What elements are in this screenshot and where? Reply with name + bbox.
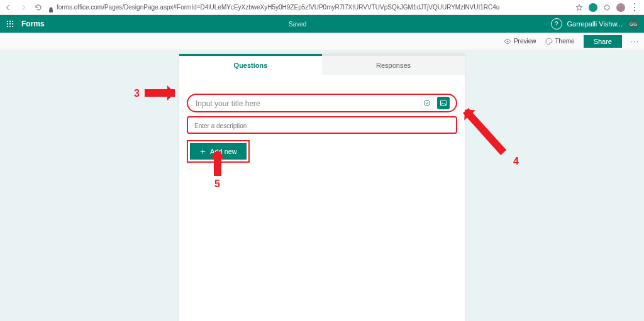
add-new-button[interactable]: Add new — [190, 143, 247, 160]
extension-icon[interactable] — [589, 3, 597, 12]
avatar[interactable]: GG — [628, 18, 639, 30]
svg-point-6 — [7, 26, 8, 27]
arrow-3 — [145, 89, 175, 97]
svg-point-2 — [12, 21, 13, 22]
form-card: Questions Responses Add new — [179, 54, 465, 321]
svg-point-5 — [12, 23, 13, 24]
browser-menu-icon[interactable]: ⋮ — [630, 3, 639, 12]
theme-button[interactable]: Theme — [545, 38, 575, 45]
forward-icon[interactable] — [18, 2, 29, 13]
form-description-input[interactable] — [194, 122, 450, 129]
user-name[interactable]: Garrepalli Vishw... — [567, 20, 623, 28]
app-launcher-icon[interactable] — [3, 16, 18, 31]
svg-point-9 — [507, 41, 508, 42]
palette-icon — [545, 38, 553, 45]
svg-point-8 — [12, 26, 13, 27]
address-bar[interactable]: forms.office.com/Pages/DesignPage.aspx#F… — [57, 4, 575, 11]
svg-point-0 — [7, 21, 8, 22]
annotation-3: 3 — [134, 88, 140, 99]
app-header: Forms Saved ? Garrepalli Vishw... GG — [0, 15, 644, 33]
browser-right-icons: ⋮ — [575, 3, 641, 12]
toolbar: Preview Theme Share ··· — [0, 33, 644, 50]
annotation-4: 4 — [513, 156, 519, 167]
help-icon[interactable]: ? — [551, 18, 562, 30]
save-status: Saved — [45, 21, 551, 28]
eye-icon — [504, 38, 511, 45]
title-field-wrap — [187, 94, 457, 112]
tab-responses[interactable]: Responses — [322, 56, 465, 75]
more-button[interactable]: ··· — [631, 37, 639, 46]
add-new-highlight: Add new — [187, 140, 250, 163]
svg-point-4 — [9, 23, 11, 24]
star-icon[interactable] — [575, 3, 584, 12]
back-icon[interactable] — [3, 2, 14, 13]
theme-label: Theme — [555, 38, 575, 45]
image-icon[interactable] — [437, 97, 450, 109]
add-new-label: Add new — [210, 148, 237, 155]
svg-point-3 — [7, 23, 8, 24]
work-area: Questions Responses Add new — [0, 50, 644, 321]
share-button[interactable]: Share — [584, 35, 622, 48]
profile-icon[interactable] — [616, 3, 625, 12]
tab-questions[interactable]: Questions — [179, 56, 322, 75]
reload-icon[interactable] — [33, 2, 44, 13]
svg-point-1 — [9, 21, 11, 22]
plus-icon — [199, 148, 206, 155]
tab-strip: Questions Responses — [179, 56, 465, 75]
arrow-4 — [463, 108, 506, 155]
suggest-icon[interactable] — [421, 97, 433, 109]
svg-point-7 — [9, 26, 11, 27]
form-title-input[interactable] — [196, 99, 412, 108]
puzzle-icon[interactable] — [602, 3, 611, 12]
app-name: Forms — [21, 19, 45, 28]
lock-icon — [48, 4, 54, 11]
preview-label: Preview — [514, 38, 536, 45]
preview-button[interactable]: Preview — [504, 38, 536, 45]
browser-chrome: forms.office.com/Pages/DesignPage.aspx#F… — [0, 0, 644, 15]
description-field-wrap — [187, 116, 457, 134]
